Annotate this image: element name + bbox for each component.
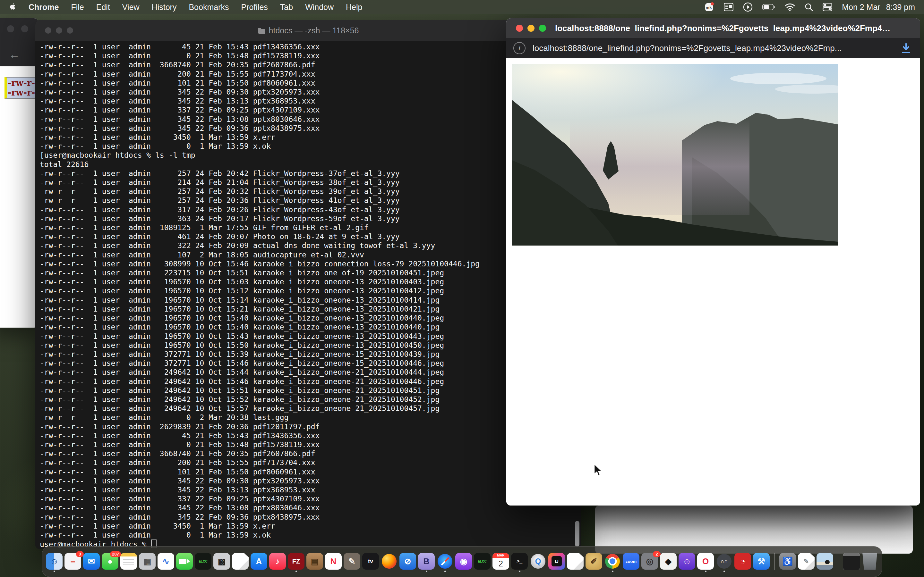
dock-finder-icon[interactable]: ☺ bbox=[46, 553, 63, 570]
terminal-scrollbar[interactable] bbox=[575, 521, 580, 546]
menu-item-view[interactable]: View bbox=[116, 3, 145, 12]
dock-news-icon[interactable]: N bbox=[325, 553, 342, 570]
menu-item-file[interactable]: File bbox=[65, 3, 90, 12]
dock-mail-icon[interactable]: ✉ bbox=[83, 553, 100, 570]
dock-firefox-icon[interactable] bbox=[381, 553, 397, 570]
notification-badge: 3 bbox=[76, 551, 84, 557]
dock-calendar-icon[interactable]: MAR2 bbox=[493, 553, 509, 570]
dock-chrome-icon[interactable] bbox=[604, 553, 621, 570]
minimize-button-inactive[interactable] bbox=[56, 27, 62, 34]
dock-paint-palette-icon[interactable]: ✐ bbox=[586, 553, 602, 570]
browser-popup-window[interactable]: localhost:8888/one_linefind.php?nonims=%… bbox=[506, 18, 920, 506]
menu-bar-clock[interactable]: Mon 2 Mar 8:39 pm bbox=[842, 3, 915, 12]
terminal-window[interactable]: htdocs — -zsh — 118×56 -rw-r--r-- 1 user… bbox=[35, 20, 582, 549]
menu-item-profiles[interactable]: Profiles bbox=[235, 3, 274, 12]
menu-item-window[interactable]: Window bbox=[299, 3, 340, 12]
close-button-inactive[interactable] bbox=[45, 27, 51, 34]
dock-minimized-window-icon[interactable] bbox=[843, 553, 859, 570]
dock-launchpad-icon[interactable]: ▦ bbox=[139, 553, 156, 570]
dock: ☺≡3✉●207▦∿ELCC▩A♪FZ▤N✎tv⊘B◉ELCCMAR2>_QIJ… bbox=[42, 546, 882, 577]
menu-item-bookmarks[interactable]: Bookmarks bbox=[183, 3, 235, 12]
window-switcher-icon[interactable] bbox=[724, 2, 733, 12]
dock-terminal-icon[interactable]: >_ bbox=[511, 553, 528, 570]
dock-reminders-icon[interactable]: ≡3 bbox=[65, 553, 81, 570]
dock-speedometer-app-icon[interactable]: ◔ bbox=[734, 553, 751, 570]
dock-messages-icon[interactable]: ●207 bbox=[102, 553, 118, 570]
dock-separator bbox=[838, 553, 838, 570]
running-indicator bbox=[612, 571, 614, 572]
dock-elcc-terminal-icon[interactable]: ELCC bbox=[195, 553, 212, 570]
dock-accessibility-inspector-icon[interactable]: ♿ bbox=[779, 553, 796, 570]
dock-quicktime-icon[interactable]: Q bbox=[530, 553, 546, 570]
dock-aperture-utility-icon[interactable]: ◎2 bbox=[641, 553, 658, 570]
browser-url-bar[interactable]: i localhost:8888/one_linefind.php?nonims… bbox=[506, 38, 920, 58]
terminal-content[interactable]: -rw-r--r-- 1 user admin 45 21 Feb 15:43 … bbox=[35, 41, 582, 549]
dock-apple-tv-icon[interactable]: tv bbox=[362, 553, 379, 570]
menu-item-edit[interactable]: Edit bbox=[90, 3, 116, 12]
url-text[interactable]: localhost:8888/one_linefind.php?nonims=%… bbox=[533, 43, 842, 53]
zoom-button[interactable] bbox=[539, 25, 546, 32]
terminal-titlebar[interactable]: htdocs — -zsh — 118×56 bbox=[35, 20, 582, 41]
dock-calculator-utility-icon[interactable]: ▩ bbox=[213, 553, 230, 570]
info-icon[interactable]: i bbox=[513, 42, 525, 54]
menu-item-chrome[interactable]: Chrome bbox=[23, 3, 65, 12]
traffic-light-inactive[interactable] bbox=[7, 25, 14, 32]
dock-textedit-icon[interactable]: ✎ bbox=[798, 553, 814, 570]
back-arrow-icon[interactable]: ← bbox=[9, 49, 20, 60]
dock-libreoffice-document-icon[interactable] bbox=[232, 553, 249, 570]
running-indicator bbox=[426, 571, 427, 572]
control-center-icon[interactable] bbox=[822, 2, 832, 12]
dock-intellij-idea-icon[interactable]: IJ bbox=[548, 553, 565, 570]
dock-notes-icon[interactable] bbox=[120, 553, 137, 570]
apple-menu[interactable] bbox=[10, 2, 18, 12]
spotlight-search-icon[interactable] bbox=[804, 2, 813, 12]
browser-content[interactable] bbox=[506, 58, 920, 506]
menu-item-history[interactable]: History bbox=[145, 3, 183, 12]
dock-blank-document-icon[interactable] bbox=[567, 553, 583, 570]
background-browser-window[interactable]: ← -rw-r--r -rw-r- bbox=[0, 18, 39, 327]
desktop: ← -rw-r--r -rw-r- htdocs — -zsh — 118×56… bbox=[0, 0, 924, 577]
dock-photo-file-icon[interactable] bbox=[817, 553, 833, 570]
minimize-button[interactable] bbox=[527, 25, 535, 32]
dock-podcasts-icon[interactable]: ◉ bbox=[455, 553, 472, 570]
dock-contacts-icon[interactable]: ▤ bbox=[306, 553, 323, 570]
battery-icon[interactable] bbox=[762, 2, 775, 12]
dock-filezilla-icon[interactable]: FZ bbox=[288, 553, 304, 570]
dock-cat-stickers-icon[interactable]: ☺ bbox=[678, 553, 695, 570]
find-text-line1: -rw-r--r bbox=[8, 78, 39, 88]
wifi-icon[interactable] bbox=[785, 2, 795, 12]
clock-date: Mon 2 Mar bbox=[842, 3, 880, 12]
browser-window-title: localhost:8888/one_linefind.php?nonims=%… bbox=[555, 23, 895, 33]
running-indicator bbox=[724, 571, 725, 572]
dock-safari-icon[interactable] bbox=[437, 553, 453, 570]
screen-mirroring-icon[interactable] bbox=[743, 2, 753, 12]
zoom-button-inactive[interactable] bbox=[67, 27, 73, 34]
dock-mastodon-icon[interactable]: ∩∩ bbox=[716, 553, 732, 570]
dock-music-icon[interactable]: ♪ bbox=[269, 553, 286, 570]
dock-trash-icon[interactable] bbox=[861, 553, 878, 570]
dock-xcode-icon[interactable]: ⚒ bbox=[753, 553, 770, 570]
menu-item-tab[interactable]: Tab bbox=[274, 3, 299, 12]
dock-freeform-icon[interactable]: ∿ bbox=[158, 553, 174, 570]
dock-gimp-icon[interactable]: ✎ bbox=[344, 553, 360, 570]
dock-elcc-terminal-2-icon[interactable]: ELCC bbox=[474, 553, 491, 570]
dock-inkscape-icon[interactable]: ◆ bbox=[660, 553, 677, 570]
traffic-light-inactive[interactable] bbox=[21, 25, 28, 32]
close-button[interactable] bbox=[516, 25, 523, 32]
running-indicator bbox=[296, 571, 297, 572]
find-text-line2: -rw-r- bbox=[8, 88, 39, 97]
mouse-cursor bbox=[594, 463, 606, 477]
dock-zoom-icon[interactable]: zoom bbox=[623, 553, 640, 570]
dock-app-store-icon[interactable]: A bbox=[250, 553, 267, 570]
dock-opera-icon[interactable]: O bbox=[697, 553, 714, 570]
svg-text:mk: mk bbox=[706, 5, 712, 10]
download-icon[interactable] bbox=[900, 42, 912, 54]
app-logo-mk-icon[interactable]: mk bbox=[704, 2, 714, 12]
menu-item-help[interactable]: Help bbox=[340, 3, 368, 12]
menu-items: ChromeFileEditViewHistoryBookmarksProfil… bbox=[23, 3, 368, 12]
dock-facetime-icon[interactable] bbox=[176, 553, 193, 570]
govetts-leap-valley-photo[interactable] bbox=[512, 64, 838, 245]
dock-bbedit-icon[interactable]: B bbox=[418, 553, 435, 570]
browser-titlebar[interactable]: localhost:8888/one_linefind.php?nonims=%… bbox=[506, 18, 920, 38]
dock-blocked-app-icon[interactable]: ⊘ bbox=[399, 553, 416, 570]
